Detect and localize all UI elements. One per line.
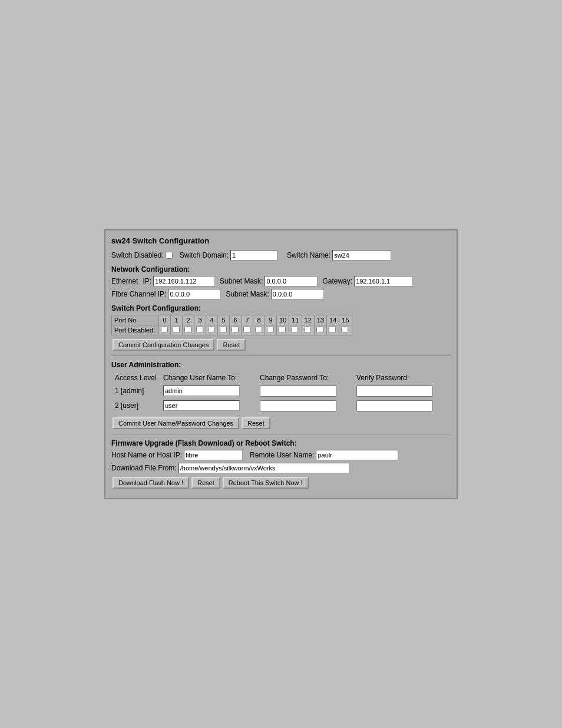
port-disabled-5[interactable] [220,326,227,333]
port-disabled-label: Port Disabled: [112,325,159,335]
port-disabled-14[interactable] [329,326,336,333]
host-input[interactable] [184,450,243,460]
user-commit-row: Commit User Name/Password Changes Reset [111,416,451,430]
port-disabled-0[interactable] [161,326,168,333]
port-9: 9 [265,315,277,325]
user-reset-button[interactable]: Reset [242,417,270,429]
port-disabled-1[interactable] [173,326,180,333]
firmware-button-row: Download Flash Now ! Reset Reboot This S… [111,476,451,490]
host-label: Host Name or Host IP: [111,451,182,459]
reboot-button[interactable]: Reboot This Switch Now ! [223,477,309,489]
port-disabled-2-cell [183,325,194,335]
user-row-user: 2 [user] [113,399,449,413]
firmware-title: Firmware Upgrade (Flash Download) or Reb… [111,439,451,447]
port-disabled-3[interactable] [196,326,203,333]
port-7: 7 [242,315,253,325]
port-disabled-13-cell [314,325,326,335]
switch-port-title: Switch Port Configuration: [111,304,451,312]
port-disabled-12[interactable] [304,326,311,333]
switch-disabled-label: Switch Disabled: [111,251,164,259]
commit-user-button[interactable]: Commit User Name/Password Changes [113,417,239,429]
port-disabled-8[interactable] [255,326,262,333]
port-13: 13 [314,315,326,325]
port-disabled-0-cell [159,325,171,335]
port-disabled-2[interactable] [184,326,191,333]
port-disabled-15-cell [339,325,352,335]
password-user-cell [257,399,353,413]
gateway-label: Gateway: [322,277,352,285]
ethernet-ip-label: IP: [143,277,151,285]
password-admin-cell [257,384,353,398]
remote-user-input[interactable] [316,450,398,460]
fibre-subnet-input[interactable] [271,289,324,299]
switch-name-input[interactable] [332,250,391,261]
port-0: 0 [159,315,171,325]
network-config-title: Network Configuration: [111,265,451,274]
download-from-label: Download File From: [111,464,177,472]
port-disabled-9[interactable] [267,326,274,333]
port-disabled-14-cell [327,325,339,335]
main-panel: sw24 Switch Configuration Switch Disable… [104,229,458,499]
switch-row: Switch Disabled: Switch Domain: Switch N… [111,250,451,261]
port-15: 15 [339,315,352,325]
user-table-header: Access Level Change User Name To: Change… [113,373,449,383]
username-admin-cell [161,384,256,398]
fibre-subnet-label: Subnet Mask: [226,290,269,298]
port-disabled-7-cell [242,325,253,335]
remote-user-label: Remote User Name: [250,451,314,459]
port-table: Port No 0 1 2 3 4 5 6 7 8 9 10 11 12 13 … [111,315,352,335]
port-2: 2 [183,315,194,325]
download-from-input[interactable] [178,463,349,473]
port-commit-row: Commit Configuration Changes Reset [111,338,451,352]
verify-admin-cell [354,384,449,398]
username-user-cell [161,399,256,413]
port-disabled-6[interactable] [232,326,239,333]
username-user-input[interactable] [163,400,240,411]
port-disabled-4-cell [206,325,218,335]
port-disabled-8-cell [253,325,265,335]
fibre-ip-input[interactable] [168,289,221,299]
firmware-reset-button[interactable]: Reset [191,477,220,489]
port-10: 10 [277,315,289,325]
port-disabled-15[interactable] [341,326,348,333]
user-admin-title: User Administration: [111,361,451,369]
port-disabled-11[interactable] [291,326,298,333]
switch-domain-label: Switch Domain: [180,251,229,259]
port-disabled-4[interactable] [208,326,215,333]
port-reset-button[interactable]: Reset [217,339,246,351]
panel-title: sw24 Switch Configuration [111,236,451,245]
gateway-input[interactable] [354,276,413,286]
switch-domain-input[interactable] [230,250,277,261]
port-number-row: Port No 0 1 2 3 4 5 6 7 8 9 10 11 12 13 … [112,315,352,325]
access-level-col-header: Access Level [113,373,160,383]
port-12: 12 [302,315,314,325]
ethernet-row: Ethernet IP: Subnet Mask: Gateway: [111,276,451,286]
port-11: 11 [289,315,302,325]
port-3: 3 [194,315,206,325]
fibre-ip-label: Fibre Channel IP: [111,290,166,298]
verify-admin-input[interactable] [356,386,433,397]
port-8: 8 [253,315,265,325]
verify-password-col-header: Verify Password: [354,373,449,383]
download-flash-button[interactable]: Download Flash Now ! [113,477,189,489]
username-admin-input[interactable] [163,386,240,396]
user-admin-table: Access Level Change User Name To: Change… [111,371,451,414]
password-user-input[interactable] [260,400,336,411]
port-disabled-7[interactable] [243,326,250,333]
commit-config-button[interactable]: Commit Configuration Changes [113,339,214,351]
port-disabled-13[interactable] [316,326,323,333]
port-4: 4 [206,315,218,325]
switch-disabled-checkbox[interactable] [166,252,173,259]
ethernet-ip-input[interactable] [153,276,215,286]
port-disabled-5-cell [218,325,230,335]
verify-user-input[interactable] [356,400,433,411]
port-disabled-10[interactable] [279,326,286,333]
firmware-host-row: Host Name or Host IP: Remote User Name: [111,450,451,460]
port-no-label: Port No [112,315,159,325]
switch-name-label: Switch Name: [287,251,330,259]
ethernet-subnet-input[interactable] [265,276,318,286]
verify-user-cell [354,399,449,413]
port-1: 1 [171,315,183,325]
password-admin-input[interactable] [260,386,336,397]
ethernet-label: Ethernet [111,277,138,285]
